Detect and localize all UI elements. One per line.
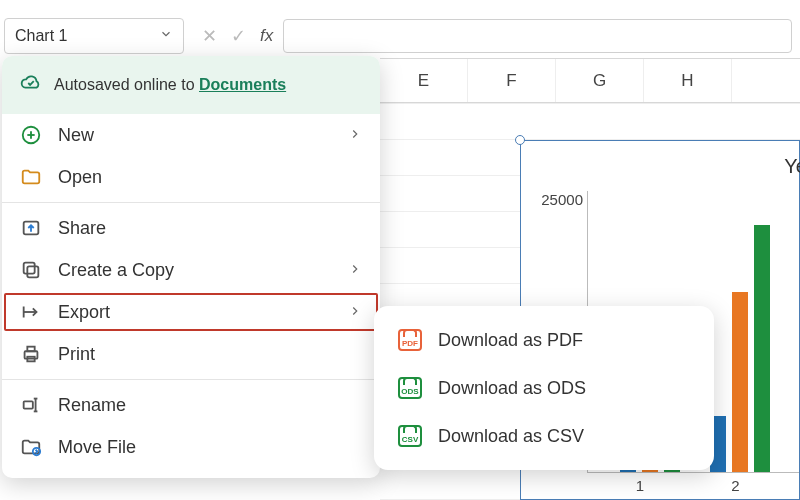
chevron-right-icon [348,302,362,323]
folder-icon [20,166,42,188]
menu-item-new[interactable]: New [2,114,380,156]
menu-separator [2,202,380,203]
submenu-item-label: Download as ODS [438,378,586,399]
menu-item-label: Export [58,302,110,323]
menu-item-label: Print [58,344,95,365]
svg-rect-11 [24,401,33,408]
menu-item-label: Create a Copy [58,260,174,281]
chevron-right-icon [348,260,362,281]
bar-group [710,225,770,472]
menu-item-print[interactable]: Print [2,333,380,375]
submenu-item-pdf[interactable]: PDF Download as PDF [374,316,714,364]
svg-rect-5 [24,263,35,274]
bar [754,225,770,472]
submenu-item-ods[interactable]: ODS Download as ODS [374,364,714,412]
chevron-right-icon [348,125,362,146]
menu-item-export[interactable]: Export [2,291,380,333]
x-tick: 2 [731,477,739,494]
autosave-prefix: Autosaved online to [54,76,195,93]
fx-icon[interactable]: fx [260,26,273,46]
formula-bar: Chart 1 ✕ ✓ fx [4,16,800,56]
menu-item-label: Rename [58,395,126,416]
column-header[interactable]: H [644,59,732,102]
formula-input[interactable] [283,19,792,53]
bar [732,292,748,472]
chevron-down-icon [159,27,173,45]
name-box-value: Chart 1 [15,27,67,45]
menu-item-label: Open [58,167,102,188]
menu-item-label: Share [58,218,106,239]
export-submenu: PDF Download as PDF ODS Download as ODS … [374,306,714,470]
column-header[interactable]: E [380,59,468,102]
menu-item-rename[interactable]: Rename [2,384,380,426]
menu-item-open[interactable]: Open [2,156,380,198]
submenu-item-label: Download as PDF [438,330,583,351]
menu-item-label: New [58,125,94,146]
resize-handle[interactable] [515,135,525,145]
export-icon [20,301,42,323]
menu-separator [2,379,380,380]
submenu-item-label: Download as CSV [438,426,584,447]
accept-icon[interactable]: ✓ [231,25,246,47]
copy-icon [20,259,42,281]
autosave-text: Autosaved online to Documents [54,76,286,94]
menu-item-share[interactable]: Share [2,207,380,249]
y-tick: 25000 [527,191,583,208]
x-tick: 1 [636,477,644,494]
file-menu: Autosaved online to Documents New Open S… [2,56,380,478]
csv-file-icon: CSV [398,424,422,448]
column-headers: E F G H [380,59,800,103]
folder-move-icon [20,436,42,458]
plus-circle-icon [20,124,42,146]
cloud-check-icon [20,72,42,98]
rename-icon [20,394,42,416]
cancel-icon[interactable]: ✕ [202,25,217,47]
chart-title: Ye [784,155,800,178]
printer-icon [20,343,42,365]
menu-item-move[interactable]: Move File [2,426,380,468]
column-header[interactable]: G [556,59,644,102]
autosave-link[interactable]: Documents [199,76,286,93]
svg-rect-4 [27,266,38,277]
menu-item-copy[interactable]: Create a Copy [2,249,380,291]
x-axis-labels: 1 2 [587,477,799,497]
menu-item-label: Move File [58,437,136,458]
ods-file-icon: ODS [398,376,422,400]
column-header[interactable]: F [468,59,556,102]
name-box[interactable]: Chart 1 [4,18,184,54]
share-icon [20,217,42,239]
pdf-file-icon: PDF [398,328,422,352]
svg-rect-9 [27,347,34,352]
submenu-item-csv[interactable]: CSV Download as CSV [374,412,714,460]
autosave-banner: Autosaved online to Documents [2,56,380,114]
fx-controls: ✕ ✓ fx [194,25,273,47]
